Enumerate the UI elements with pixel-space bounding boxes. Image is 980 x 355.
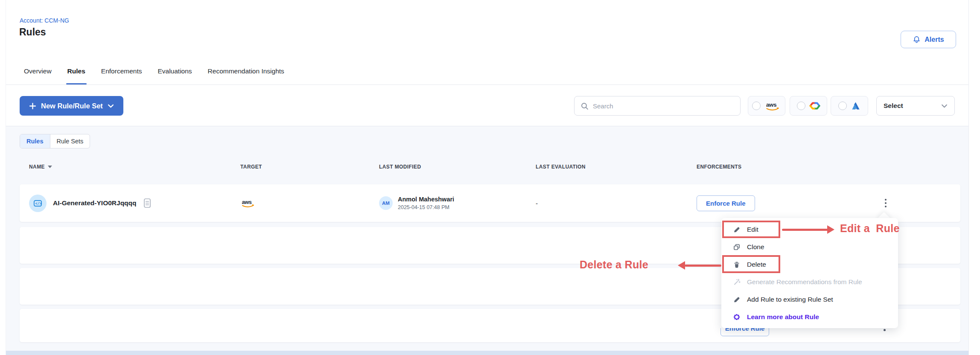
- alerts-button[interactable]: Alerts: [901, 31, 956, 48]
- modified-date: 2025-04-15 07:48 PM: [398, 204, 454, 210]
- edit-highlight-box: [722, 221, 780, 238]
- column-header-last-modified: LAST MODIFIED: [379, 164, 536, 170]
- select-dropdown[interactable]: Select: [876, 96, 955, 116]
- aws-logo-icon: aws: [764, 101, 782, 111]
- svg-text:aws: aws: [242, 199, 251, 205]
- column-header-name[interactable]: NAME: [29, 164, 240, 170]
- tab-enforcements[interactable]: Enforcements: [101, 58, 142, 84]
- aws-target-icon: aws: [240, 198, 379, 208]
- column-header-last-evaluation: LAST EVALUATION: [536, 164, 697, 170]
- menu-item-label: Learn more about Rule: [747, 313, 819, 321]
- column-label: NAME: [29, 164, 45, 170]
- partial-enforce-rule-button[interactable]: Enforce Rule: [720, 328, 769, 337]
- svg-text:aws: aws: [766, 102, 776, 108]
- breadcrumb[interactable]: Account: CCM-NG: [20, 17, 69, 24]
- search-box: [574, 96, 741, 116]
- edit-annotation-label: Edit a Rule: [840, 222, 900, 235]
- menu-item-generate-recommendations: Generate Recommendations from Rule: [721, 273, 898, 291]
- alerts-label: Alerts: [925, 36, 944, 44]
- target-cell: aws: [240, 198, 379, 208]
- column-header-enforcements: ENFORCEMENTS: [697, 164, 960, 170]
- view-toggle: Rules Rule Sets: [20, 134, 90, 148]
- avatar: AM: [379, 196, 393, 210]
- toolbar: New Rule/Rule Set aws: [6, 85, 968, 126]
- last-evaluation-cell: -: [536, 200, 697, 207]
- azure-radio[interactable]: [838, 102, 847, 110]
- page-title: Rules: [19, 26, 46, 38]
- chevron-down-icon: [941, 104, 948, 108]
- edit-arrow: [782, 229, 829, 231]
- partial-kebab-dot: [884, 329, 886, 331]
- aws-radio[interactable]: [752, 102, 761, 110]
- new-rule-label: New Rule/Rule Set: [41, 102, 103, 110]
- rule-avatar: </>: [29, 195, 47, 212]
- enforce-rule-button-clipped: Enforce Rule: [720, 328, 769, 336]
- menu-item-label: Clone: [747, 243, 764, 251]
- right-scrollbar-gutter[interactable]: [968, 0, 980, 355]
- delete-arrow-head: [678, 261, 685, 270]
- flower-icon: [732, 313, 741, 321]
- modified-by: Anmol Maheshwari: [398, 196, 454, 203]
- chevron-down-icon: [108, 104, 114, 108]
- edit-arrow-head: [827, 225, 834, 234]
- new-rule-button[interactable]: New Rule/Rule Set: [20, 96, 123, 116]
- toggle-rule-sets[interactable]: Rule Sets: [50, 134, 90, 148]
- provider-filter-aws[interactable]: aws: [748, 96, 785, 116]
- provider-filter-azure[interactable]: [831, 96, 868, 116]
- delete-arrow: [685, 265, 721, 267]
- table-header: NAME TARGET LAST MODIFIED LAST EVALUATIO…: [20, 160, 960, 173]
- search-input[interactable]: [593, 102, 734, 110]
- sort-caret-icon[interactable]: [48, 166, 52, 168]
- enforcements-cell: Enforce Rule: [697, 184, 960, 222]
- rule-name-cell: </> AI-Generated-YIO0RJqqqq: [29, 195, 240, 212]
- toggle-rules[interactable]: Rules: [20, 134, 50, 148]
- search-icon: [580, 102, 589, 110]
- pencil-icon: [732, 296, 741, 303]
- tab-evaluations[interactable]: Evaluations: [158, 58, 192, 84]
- left-gutter: [0, 0, 6, 355]
- tab-rules[interactable]: Rules: [67, 58, 85, 84]
- tab-recommendation-insights[interactable]: Recommendation Insights: [208, 58, 284, 84]
- menu-item-clone[interactable]: Clone: [721, 238, 898, 256]
- azure-logo-icon: [851, 101, 861, 111]
- rules-page: Account: CCM-NG Rules Alerts Overview Ru…: [0, 0, 980, 355]
- enforce-rule-button[interactable]: Enforce Rule: [697, 195, 755, 211]
- plus-icon: [29, 102, 36, 110]
- table-row[interactable]: </> AI-Generated-YIO0RJqqqq aws AM: [20, 184, 960, 222]
- menu-item-learn-more[interactable]: Learn more about Rule: [721, 308, 898, 326]
- clone-icon: [732, 243, 741, 251]
- provider-filter-gcp[interactable]: [790, 96, 827, 116]
- gcp-radio[interactable]: [797, 102, 805, 110]
- rule-name[interactable]: AI-Generated-YIO0RJqqqq: [53, 199, 137, 207]
- svg-text:</>: </>: [35, 201, 42, 205]
- row-actions-kebab-icon[interactable]: [881, 197, 890, 210]
- delete-annotation-label: Delete a Rule: [580, 259, 648, 271]
- menu-item-label: Generate Recommendations from Rule: [747, 278, 862, 286]
- bell-icon: [913, 35, 921, 44]
- magic-wand-icon: [732, 278, 741, 286]
- column-header-target: TARGET: [240, 164, 379, 170]
- last-modified-cell: AM Anmol Maheshwari 2025-04-15 07:48 PM: [379, 196, 536, 210]
- tab-overview[interactable]: Overview: [24, 58, 52, 84]
- gcp-logo-icon: [809, 101, 820, 111]
- delete-highlight-box: [722, 255, 780, 273]
- select-label: Select: [884, 102, 941, 110]
- bottom-scroll-strip[interactable]: [6, 351, 968, 355]
- tab-bar: Overview Rules Enforcements Evaluations …: [6, 58, 968, 85]
- menu-item-add-to-rule-set[interactable]: Add Rule to existing Rule Set: [721, 291, 898, 308]
- copy-id-icon[interactable]: [143, 198, 152, 209]
- menu-item-label: Add Rule to existing Rule Set: [747, 296, 833, 303]
